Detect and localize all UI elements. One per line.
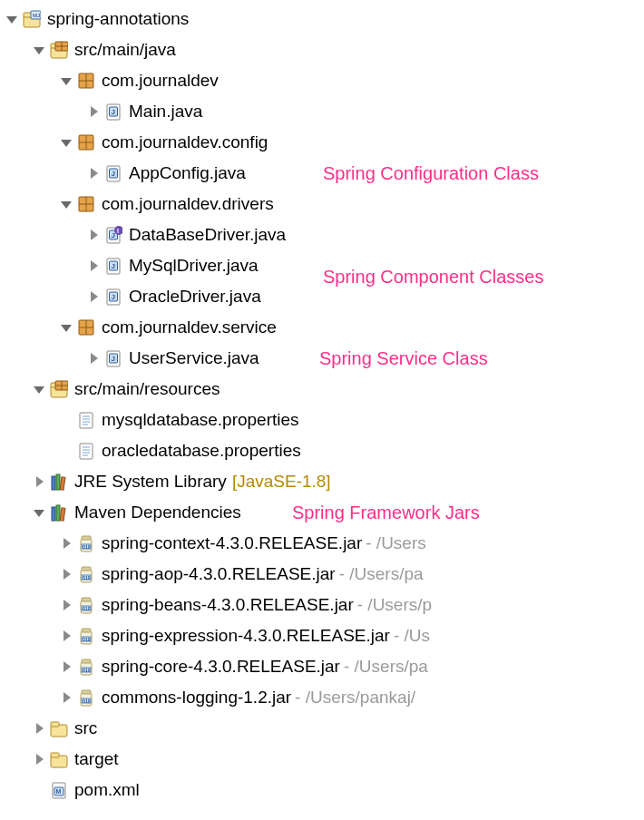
source-folder-icon — [49, 379, 69, 399]
folder-label: src — [74, 718, 97, 738]
tree-item-properties-file[interactable]: oracledatabase.properties — [4, 435, 644, 466]
chevron-right-icon[interactable] — [58, 628, 74, 644]
tree-item-src-main-java[interactable]: src/main/java — [4, 34, 644, 65]
jar-path: - /Users/p — [357, 595, 432, 615]
chevron-down-icon[interactable] — [31, 381, 47, 397]
tree-item-src-main-resources[interactable]: src/main/resources — [4, 374, 644, 405]
package-label: com.journaldev — [102, 71, 219, 91]
chevron-right-icon[interactable] — [31, 720, 47, 737]
file-label: AppConfig.java — [129, 163, 246, 183]
chevron-down-icon[interactable] — [31, 42, 47, 58]
file-icon — [76, 410, 96, 430]
chevron-down-icon[interactable] — [4, 11, 20, 27]
file-label: mysqldatabase.properties — [102, 410, 299, 430]
package-icon — [76, 317, 96, 337]
tree-item-java-file[interactable]: UserService.java Spring Service Class — [4, 343, 644, 374]
chevron-right-icon[interactable] — [58, 597, 74, 613]
chevron-right-icon[interactable] — [85, 165, 102, 181]
jar-label: spring-aop-4.3.0.RELEASE.jar — [102, 564, 336, 584]
tree-item-pom-file[interactable]: pom.xml — [4, 775, 644, 805]
file-label: Main.java — [129, 102, 202, 122]
tree-item-maven-dependencies[interactable]: Maven Dependencies Spring Framework Jars — [4, 497, 644, 528]
folder-label: src/main/resources — [74, 379, 220, 399]
chevron-right-icon[interactable] — [31, 473, 47, 490]
file-label: DataBaseDriver.java — [129, 225, 286, 245]
jar-path: - /Users/pankaj/ — [295, 688, 415, 708]
java-file-icon — [103, 348, 123, 368]
tree-item-jar[interactable]: spring-core-4.3.0.RELEASE.jar - /Users/p… — [4, 651, 644, 682]
java-file-icon — [103, 287, 123, 307]
chevron-right-icon[interactable] — [58, 689, 74, 706]
folder-label: target — [74, 749, 119, 769]
jar-label: spring-expression-4.3.0.RELEASE.jar — [102, 626, 390, 646]
folder-icon — [49, 749, 69, 769]
project-label: spring-annotations — [47, 9, 189, 29]
file-label: UserService.java — [129, 348, 259, 368]
chevron-right-icon[interactable] — [58, 566, 74, 582]
java-file-icon — [103, 163, 123, 183]
chevron-down-icon[interactable] — [58, 134, 74, 151]
jar-icon — [76, 657, 96, 677]
library-label: Maven Dependencies — [74, 503, 241, 522]
chevron-right-icon[interactable] — [85, 288, 102, 305]
chevron-right-icon[interactable] — [85, 103, 102, 120]
tree-item-package[interactable]: com.journaldev.drivers — [4, 189, 644, 220]
library-suffix: [JavaSE-1.8] — [232, 472, 331, 492]
jar-path: - /Users/pa — [344, 657, 428, 677]
tree-item-jar[interactable]: commons-logging-1.2.jar - /Users/pankaj/ — [4, 682, 644, 713]
chevron-right-icon[interactable] — [58, 659, 74, 675]
annotation-jars: Spring Framework Jars — [292, 503, 480, 523]
tree-item-java-file[interactable]: AppConfig.java Spring Configuration Clas… — [4, 158, 644, 189]
tree-item-java-file[interactable]: Main.java — [4, 96, 644, 127]
package-label: com.journaldev.service — [102, 317, 277, 337]
java-file-icon — [103, 256, 123, 276]
tree-item-java-file[interactable]: OracleDriver.java — [4, 281, 644, 312]
file-icon — [76, 441, 96, 461]
chevron-right-icon[interactable] — [31, 751, 47, 767]
maven-file-icon — [49, 780, 69, 800]
jar-icon — [76, 595, 96, 615]
jar-path: - /Us — [394, 626, 430, 646]
chevron-right-icon[interactable] — [85, 350, 102, 366]
tree-item-project[interactable]: spring-annotations — [4, 4, 644, 34]
package-icon — [76, 132, 96, 152]
jar-label: commons-logging-1.2.jar — [102, 688, 291, 708]
tree-item-package[interactable]: com.journaldev — [4, 65, 644, 96]
tree-item-target-folder[interactable]: target — [4, 744, 644, 775]
tree-item-jar[interactable]: spring-context-4.3.0.RELEASE.jar - /User… — [4, 528, 644, 559]
chevron-down-icon[interactable] — [58, 196, 74, 212]
tree-item-properties-file[interactable]: mysqldatabase.properties — [4, 405, 644, 435]
jar-label: spring-beans-4.3.0.RELEASE.jar — [102, 595, 354, 615]
java-file-icon — [103, 102, 123, 122]
tree-item-package[interactable]: com.journaldev.config — [4, 127, 644, 158]
tree-item-jar[interactable]: spring-aop-4.3.0.RELEASE.jar - /Users/pa — [4, 559, 644, 590]
chevron-down-icon[interactable] — [58, 319, 74, 336]
library-icon — [49, 503, 69, 522]
jar-path: - /Users — [366, 533, 426, 553]
file-label: oracledatabase.properties — [102, 441, 301, 461]
file-label: pom.xml — [74, 780, 140, 800]
annotation-config: Spring Configuration Class — [323, 163, 539, 184]
jar-icon — [76, 626, 96, 646]
jar-label: spring-context-4.3.0.RELEASE.jar — [102, 533, 362, 553]
chevron-right-icon[interactable] — [85, 258, 102, 274]
java-interface-icon — [103, 225, 123, 245]
tree-item-java-file[interactable]: MySqlDriver.java Spring Component Classe… — [4, 250, 644, 281]
tree-item-java-file[interactable]: DataBaseDriver.java — [4, 220, 644, 250]
library-icon — [49, 472, 69, 492]
file-label: OracleDriver.java — [129, 287, 261, 307]
annotation-service: Spring Service Class — [319, 348, 488, 369]
file-label: MySqlDriver.java — [129, 256, 259, 276]
library-label: JRE System Library — [74, 472, 227, 492]
tree-item-jar[interactable]: spring-expression-4.3.0.RELEASE.jar - /U… — [4, 620, 644, 651]
tree-item-package[interactable]: com.journaldev.service — [4, 312, 644, 343]
tree-item-jre-library[interactable]: JRE System Library [JavaSE-1.8] — [4, 466, 644, 497]
chevron-down-icon[interactable] — [31, 504, 47, 521]
chevron-right-icon[interactable] — [85, 227, 102, 243]
chevron-right-icon[interactable] — [58, 535, 74, 552]
folder-label: src/main/java — [74, 40, 176, 60]
tree-item-jar[interactable]: spring-beans-4.3.0.RELEASE.jar - /Users/… — [4, 590, 644, 620]
tree-item-src-folder[interactable]: src — [4, 713, 644, 744]
jar-icon — [76, 688, 96, 708]
chevron-down-icon[interactable] — [58, 73, 74, 89]
